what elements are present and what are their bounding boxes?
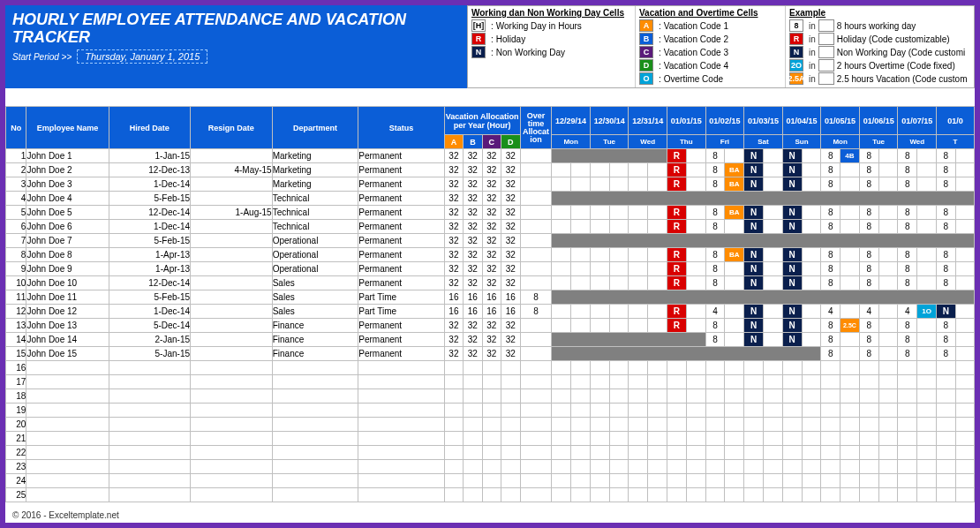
row-no[interactable]: 12 <box>6 305 26 319</box>
resign-date[interactable] <box>191 333 273 347</box>
employee-name[interactable]: John Doe 1 <box>26 149 109 163</box>
status[interactable]: Permanent <box>358 192 444 206</box>
overtime[interactable] <box>520 220 552 234</box>
overtime[interactable] <box>520 149 552 163</box>
hired-date[interactable]: 1-Jan-15 <box>109 149 190 163</box>
overtime[interactable] <box>520 192 552 206</box>
overtime[interactable] <box>520 248 552 262</box>
department[interactable]: Technical <box>272 192 358 206</box>
row-no[interactable]: 1 <box>6 149 26 163</box>
overtime[interactable] <box>520 262 552 276</box>
overtime[interactable] <box>520 177 552 192</box>
resign-date[interactable] <box>191 319 273 333</box>
row-no[interactable]: 9 <box>6 262 26 276</box>
status[interactable]: Permanent <box>358 220 444 234</box>
status[interactable]: Permanent <box>358 333 444 347</box>
table-row[interactable]: 7 John Doe 7 5-Feb-15 Operational Perman… <box>6 234 975 248</box>
table-row[interactable]: 9 John Doe 9 1-Apr-13 Operational Perman… <box>6 262 975 276</box>
hired-date[interactable]: 1-Dec-14 <box>109 177 190 192</box>
row-no[interactable]: 8 <box>6 248 26 262</box>
overtime[interactable] <box>520 206 552 220</box>
row-no[interactable]: 15 <box>6 347 26 361</box>
status[interactable]: Permanent <box>358 234 444 248</box>
row-no[interactable]: 7 <box>6 234 26 248</box>
status[interactable]: Permanent <box>358 149 444 163</box>
status[interactable]: Permanent <box>358 262 444 276</box>
hired-date[interactable]: 12-Dec-14 <box>109 276 190 290</box>
grid-wrap[interactable]: No Employee Name Hired Date Resign Date … <box>5 106 975 502</box>
employee-name[interactable]: John Doe 9 <box>26 262 109 276</box>
table-row[interactable]: 2 John Doe 2 12-Dec-13 4-May-15 Marketin… <box>6 163 975 177</box>
hired-date[interactable]: 5-Dec-14 <box>109 319 190 333</box>
employee-name[interactable]: John Doe 12 <box>26 305 109 319</box>
employee-name[interactable]: John Doe 4 <box>26 192 109 206</box>
department[interactable]: Operational <box>272 262 358 276</box>
status[interactable]: Permanent <box>358 206 444 220</box>
row-no[interactable]: 14 <box>6 333 26 347</box>
department[interactable]: Finance <box>272 347 358 361</box>
table-row[interactable]: 1 John Doe 1 1-Jan-15 Marketing Permanen… <box>6 149 975 163</box>
resign-date[interactable] <box>191 262 273 276</box>
hired-date[interactable]: 5-Feb-15 <box>109 290 190 305</box>
start-date-cell[interactable]: Thursday, January 1, 2015 <box>77 49 207 64</box>
department[interactable]: Finance <box>272 333 358 347</box>
status[interactable]: Permanent <box>358 163 444 177</box>
table-row[interactable]: 21 <box>6 432 975 446</box>
overtime[interactable] <box>520 333 552 347</box>
hired-date[interactable]: 1-Dec-14 <box>109 305 190 319</box>
hired-date[interactable]: 12-Dec-13 <box>109 163 190 177</box>
table-row[interactable]: 15 John Doe 15 5-Jan-15 Finance Permanen… <box>6 347 975 361</box>
hired-date[interactable]: 5-Feb-15 <box>109 192 190 206</box>
table-row[interactable]: 12 John Doe 12 1-Dec-14 Sales Part Time … <box>6 305 975 319</box>
table-row[interactable]: 20 <box>6 418 975 432</box>
status[interactable]: Permanent <box>358 177 444 192</box>
department[interactable]: Marketing <box>272 163 358 177</box>
overtime[interactable] <box>520 347 552 361</box>
employee-name[interactable]: John Doe 5 <box>26 206 109 220</box>
department[interactable]: Technical <box>272 206 358 220</box>
department[interactable]: Marketing <box>272 149 358 163</box>
status[interactable]: Permanent <box>358 347 444 361</box>
hired-date[interactable]: 2-Jan-15 <box>109 333 190 347</box>
table-row[interactable]: 4 John Doe 4 5-Feb-15 Technical Permanen… <box>6 192 975 206</box>
employee-name[interactable]: John Doe 14 <box>26 333 109 347</box>
row-no[interactable]: 3 <box>6 177 26 192</box>
employee-name[interactable]: John Doe 3 <box>26 177 109 192</box>
employee-name[interactable]: John Doe 2 <box>26 163 109 177</box>
employee-name[interactable]: John Doe 15 <box>26 347 109 361</box>
row-no[interactable]: 13 <box>6 319 26 333</box>
department[interactable]: Technical <box>272 220 358 234</box>
table-row[interactable]: 24 <box>6 474 975 488</box>
status[interactable]: Permanent <box>358 248 444 262</box>
overtime[interactable]: 8 <box>520 305 552 319</box>
resign-date[interactable] <box>191 276 273 290</box>
resign-date[interactable] <box>191 220 273 234</box>
table-row[interactable]: 11 John Doe 11 5-Feb-15 Sales Part Time … <box>6 290 975 305</box>
hired-date[interactable]: 1-Apr-13 <box>109 262 190 276</box>
resign-date[interactable] <box>191 248 273 262</box>
row-no[interactable]: 5 <box>6 206 26 220</box>
table-row[interactable]: 23 <box>6 460 975 474</box>
hired-date[interactable]: 5-Jan-15 <box>109 347 190 361</box>
department[interactable]: Marketing <box>272 177 358 192</box>
overtime[interactable] <box>520 163 552 177</box>
employee-name[interactable]: John Doe 6 <box>26 220 109 234</box>
employee-name[interactable]: John Doe 7 <box>26 234 109 248</box>
table-row[interactable]: 10 John Doe 10 12-Dec-14 Sales Permanent… <box>6 276 975 290</box>
row-no[interactable]: 10 <box>6 276 26 290</box>
overtime[interactable] <box>520 234 552 248</box>
table-row[interactable]: 22 <box>6 446 975 460</box>
table-row[interactable]: 14 John Doe 14 2-Jan-15 Finance Permanen… <box>6 333 975 347</box>
status[interactable]: Permanent <box>358 276 444 290</box>
table-row[interactable]: 25 <box>6 488 975 502</box>
status[interactable]: Permanent <box>358 319 444 333</box>
table-row[interactable]: 3 John Doe 3 1-Dec-14 Marketing Permanen… <box>6 177 975 192</box>
status[interactable]: Part Time <box>358 290 444 305</box>
department[interactable]: Operational <box>272 248 358 262</box>
resign-date[interactable] <box>191 305 273 319</box>
table-row[interactable]: 19 <box>6 404 975 418</box>
employee-name[interactable]: John Doe 13 <box>26 319 109 333</box>
department[interactable]: Operational <box>272 234 358 248</box>
resign-date[interactable] <box>191 177 273 192</box>
table-row[interactable]: 17 <box>6 375 975 389</box>
